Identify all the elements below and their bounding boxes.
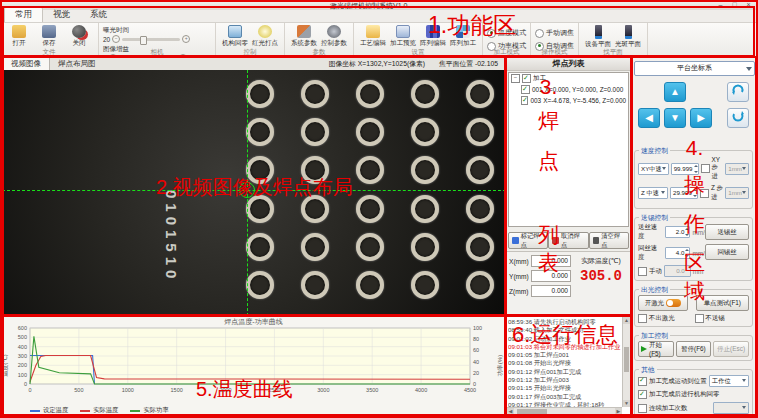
ribbon-tab[interactable]: 系统 [80,8,117,22]
point-list-button[interactable]: 清空焊点 [589,232,629,249]
scroll-left-icon[interactable]: ◀ [507,408,514,415]
jog-left-button[interactable]: ◀ [638,108,660,128]
manual-feed-checkbox[interactable] [638,267,647,276]
scroll-right-icon[interactable]: ▶ [615,408,622,415]
jog-down-button[interactable]: ▼ [664,108,686,128]
ribbon-button[interactable]: 打开 [4,25,34,48]
tree-root-row[interactable]: − 加工 [509,73,628,84]
video-tab[interactable]: 视频图像 [2,57,50,70]
svg-text:600: 600 [18,326,27,331]
ribbon-button-label: 阵列编辑 [420,39,446,48]
ribbon-button[interactable]: 工艺编辑 [358,25,388,48]
slider-minus[interactable]: − [112,35,120,43]
speed-select[interactable]: Z 中速 [638,187,668,199]
laser-option-checkbox[interactable] [638,314,647,323]
ribbon-tab-bar: 常用视觉系统 [0,10,758,23]
ribbon-button[interactable]: 系统参数 [289,25,319,48]
solder-point-row[interactable]: 003 X=-4.678, Y=-5.456, Z=0.000 [509,95,628,106]
ribbon-button[interactable]: 机构回零 [220,25,250,48]
laser-control-group: 出光控制 开激光 单点测试(F1) 不出激光 不 [634,289,753,327]
point-id: 001 [532,86,543,93]
feed-speed-input[interactable]: 4.0 [665,247,690,259]
point-list-button[interactable]: 标记焊点 [508,232,548,249]
speed-value-input[interactable]: 29.999 [670,187,698,199]
ribbon-tab[interactable]: 常用 [4,7,43,22]
solder-point-row[interactable]: 001 X=0.000, Y=0.000, Z=0.000 [509,84,628,95]
step-size-select[interactable]: 1mm [725,163,749,175]
ribbon-button[interactable]: 红光打点 [250,25,280,48]
ribbon-group-file: 文件 打开 保存 关闭 [0,23,99,57]
laser-option-checkbox[interactable] [695,314,704,323]
slider-thumb[interactable] [140,36,147,45]
process-button[interactable]: 开始(F5) [638,341,674,357]
radio-option[interactable]: 温度模式 [487,28,526,38]
target-position-select[interactable]: 工作位 [709,375,749,387]
ribbon-button[interactable]: 阵列加工 [448,25,478,48]
ribbon-tab[interactable]: 视觉 [43,8,80,22]
scroll-up-icon[interactable]: ▲ [623,317,630,324]
radio-option[interactable]: 手动调焦 [535,28,574,38]
ribbon-button[interactable]: 加工预览 [388,25,418,48]
scroll-down-icon[interactable]: ▼ [623,400,630,407]
step-checkbox[interactable] [701,164,710,173]
tree-root-label: 加工 [533,74,546,83]
tree-expander-icon[interactable]: − [511,74,520,83]
ribbon-button[interactable]: 控制参数 [319,25,349,48]
ribbon-button[interactable]: 保存 [34,25,64,48]
solder-pad [301,80,329,108]
step-checkbox[interactable] [700,189,709,198]
video-tab[interactable]: 焊点布局图 [50,58,104,70]
laser-toggle-button[interactable]: 开激光 [638,295,688,311]
step-size-select[interactable]: 1mm [725,187,749,199]
jog-up-button[interactable]: ▲ [664,82,686,102]
point-list-button[interactable]: 取消焊点 [548,232,588,249]
ribbon-button-label: 加工预览 [390,39,416,48]
svg-text:20: 20 [473,370,479,376]
cancel-point-icon [552,237,559,244]
log-line: 09:01:05 加工焊点001 [508,351,622,359]
feed-speed-input[interactable]: 2.0 [665,226,690,238]
continuous-count-input[interactable] [713,402,749,414]
ribbon-button[interactable]: 阵列编辑 [418,25,448,48]
retract-wire-button[interactable]: 回锡丝 [705,244,749,260]
scroll-thumb[interactable] [517,409,547,414]
pcb-silkscreen-text: 0101510 [163,190,180,283]
scroll-thumb[interactable] [624,347,629,372]
z-down-button[interactable] [727,108,749,128]
process-button[interactable]: 停止(Esc) [713,341,749,357]
feed-wire-button[interactable]: 送锡丝 [705,224,749,240]
move-after-done-checkbox[interactable] [638,377,647,386]
log-text: 启动加工作业 [534,335,571,342]
operation-panel: 平台坐标系 ▲ ◀ ▼ ▶ 速度控制 XY中速 99.999 [631,57,756,416]
coordinate-system-select[interactable]: 平台坐标系 [634,61,755,76]
manual-feed-input[interactable]: 0.0 [664,265,691,277]
app-window: 激光锡焊机控制系统V1.0 – □ × 常用视觉系统 文件 打开 [0,0,758,418]
camera-view[interactable]: 0101510 [2,70,506,316]
checkbox-icon[interactable] [522,74,531,83]
continuous-count-checkbox[interactable] [638,404,647,413]
minimize-button[interactable]: – [715,0,726,9]
point-coordinates: X=-4.678, Y=-5.456, Z=0.000 [543,97,626,104]
home-after-done-checkbox[interactable] [638,390,647,399]
process-button[interactable]: 暂停(F6) [676,341,712,357]
slider-plus[interactable]: + [182,35,190,43]
slider-track[interactable] [122,38,180,41]
maximize-button[interactable]: □ [729,0,740,9]
svg-text:200: 200 [18,362,27,368]
z-up-button[interactable] [727,82,749,102]
solder-point-tree[interactable]: − 加工 001 X=0.000, Y=0.000, Z=0.000 003 [508,72,629,227]
speed-select[interactable]: XY中速 [638,163,669,175]
vertical-scrollbar[interactable]: ▲ ▼ [622,317,630,407]
speed-value-input[interactable]: 99.999 [671,163,699,175]
close-button[interactable]: × [743,0,754,9]
checkbox-icon[interactable] [521,96,528,105]
ribbon-group-settings: 设置 工艺编辑 加工预览 阵列编辑 [354,23,483,57]
ribbon-button[interactable]: 光斑平面 [613,25,643,49]
run-log-panel[interactable]: 08:59:36 请先执行启动机构回零 08:59:40 载入加工文件成功 09… [506,316,631,416]
single-point-test-button[interactable]: 单点测试(F1) [696,295,749,311]
checkbox-icon[interactable] [521,85,530,94]
ribbon-button[interactable]: 关闭 [64,25,94,48]
horizontal-scrollbar[interactable]: ◀ ▶ [507,407,622,415]
ribbon-button[interactable]: 设备平面 [583,25,613,49]
jog-right-button[interactable]: ▶ [690,108,712,128]
